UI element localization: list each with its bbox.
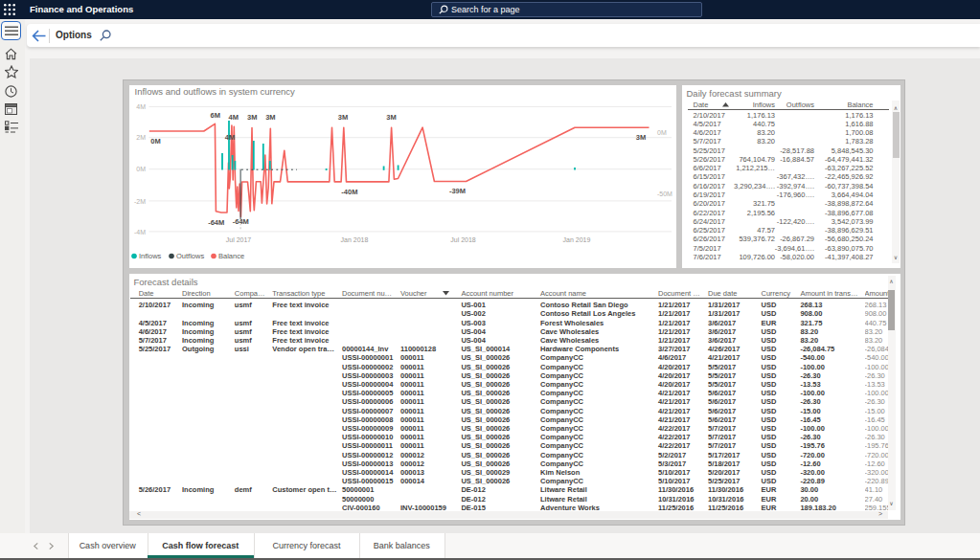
- svg-text:3M: 3M: [265, 113, 275, 122]
- svg-text:4M: 4M: [136, 103, 146, 110]
- svg-text:Jul 2017: Jul 2017: [226, 236, 252, 243]
- svg-text:3M: 3M: [247, 113, 257, 122]
- svg-text:2M: 2M: [136, 134, 146, 141]
- svg-text:-64M: -64M: [233, 217, 249, 226]
- svg-text:Outflows: Outflows: [176, 252, 204, 260]
- svg-text:Balance: Balance: [218, 252, 244, 260]
- svg-text:4M: 4M: [229, 113, 239, 122]
- svg-text:Inflows and outflows in system: Inflows and outflows in system currency: [135, 86, 296, 97]
- svg-text:6M: 6M: [211, 111, 220, 120]
- svg-text:-40M: -40M: [341, 188, 357, 196]
- svg-text:-39M: -39M: [449, 187, 466, 195]
- svg-text:0M: 0M: [150, 137, 160, 146]
- svg-text:4M: 4M: [225, 133, 235, 142]
- svg-text:Inflows: Inflows: [139, 252, 162, 260]
- svg-text:Jul 2018: Jul 2018: [450, 236, 476, 243]
- svg-text:-64M: -64M: [208, 218, 224, 227]
- svg-text:0M: 0M: [136, 166, 146, 172]
- svg-text:3M: 3M: [338, 113, 348, 122]
- svg-text:Jan 2018: Jan 2018: [341, 236, 369, 243]
- svg-text:Jan 2019: Jan 2019: [563, 236, 591, 243]
- svg-text:-2M: -2M: [134, 198, 146, 205]
- svg-text:-4M: -4M: [134, 229, 146, 235]
- svg-text:0M: 0M: [657, 129, 667, 136]
- svg-text:3M: 3M: [636, 133, 646, 142]
- svg-text:-50M: -50M: [657, 190, 672, 197]
- svg-text:3M: 3M: [386, 113, 396, 122]
